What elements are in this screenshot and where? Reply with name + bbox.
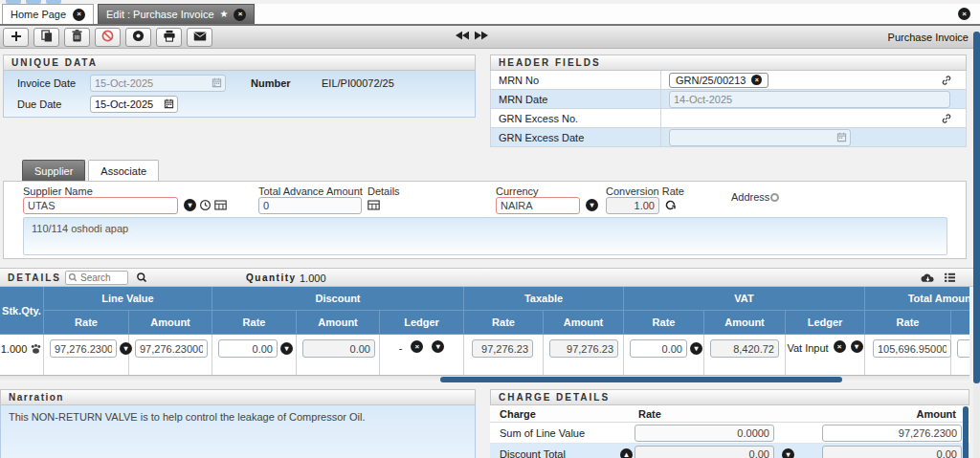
currency-label: Currency — [496, 185, 539, 197]
col-taxable-rate: Rate — [464, 311, 544, 335]
clear-icon[interactable]: × — [411, 340, 423, 353]
stk-qty-value: 1.000 — [1, 343, 28, 355]
mrn-no-label: MRN No — [491, 71, 661, 89]
cell-taxable-rate — [464, 335, 544, 375]
tab-home-page[interactable]: Home Page × — [2, 4, 94, 24]
grn-excess-no-label: GRN Excess No. — [491, 109, 661, 127]
vertical-scrollbar[interactable] — [973, 26, 980, 458]
vat-amount-field[interactable] — [710, 339, 779, 358]
discount-amount-field[interactable] — [302, 339, 375, 358]
horizontal-scrollbar[interactable] — [0, 375, 969, 382]
line-value-rate-field[interactable] — [50, 339, 117, 358]
dropdown-icon[interactable]: ▾ — [432, 340, 444, 353]
discount-rate-field[interactable] — [218, 339, 278, 358]
mrn-date-label: MRN Date — [491, 90, 661, 108]
total-advance-field[interactable] — [258, 197, 362, 214]
vertical-scrollbar-thumb[interactable] — [973, 32, 980, 383]
taxable-amount-field[interactable] — [549, 339, 618, 358]
copy-button[interactable] — [33, 28, 59, 47]
chip-remove-icon[interactable]: × — [751, 75, 762, 85]
col-line-value-rate: Rate — [44, 311, 129, 335]
delete-button[interactable] — [64, 28, 90, 47]
paw-icon[interactable] — [30, 343, 42, 357]
void-button[interactable] — [125, 28, 151, 47]
group-taxable: Taxable — [464, 287, 624, 311]
tab-edit-purchase-invoice[interactable]: Edit : Purchase Invoice ★ × — [98, 4, 255, 24]
list-view-icon[interactable] — [944, 273, 956, 285]
next-record-button[interactable] — [475, 31, 488, 42]
due-date-label: Due Date — [17, 98, 61, 110]
charge-details-header: CHARGE DETAILS — [490, 389, 969, 405]
dropdown-icon[interactable]: ▾ — [280, 342, 293, 355]
charge-name: Discount Total — [490, 448, 566, 458]
tab-close-icon[interactable]: × — [73, 9, 85, 21]
address-textarea[interactable]: 110/114 oshodi apap — [23, 217, 947, 255]
mrn-no-value: GRN/25/00213 — [676, 75, 746, 86]
charge-rate-field[interactable] — [635, 446, 774, 458]
vat-rate-field[interactable] — [630, 339, 687, 358]
currency-field[interactable] — [496, 197, 580, 214]
cell-vat-rate: ▾ — [624, 335, 704, 375]
cell-line-value-amount — [129, 335, 212, 375]
table-lookup-icon[interactable] — [214, 200, 227, 212]
conversion-rate-field[interactable] — [606, 197, 659, 214]
unique-data-header: UNIQUE DATA — [3, 55, 476, 71]
print-button[interactable] — [156, 28, 182, 47]
calendar-icon[interactable] — [212, 77, 222, 90]
address-toggle-icon[interactable] — [770, 193, 779, 202]
history-icon[interactable] — [199, 199, 212, 213]
grn-excess-date-field[interactable] — [669, 129, 851, 146]
charge-scrollbar-thumb[interactable] — [963, 406, 969, 458]
dropdown-icon[interactable]: ▾ — [782, 448, 794, 458]
link-icon[interactable] — [941, 75, 952, 88]
previous-record-button[interactable] — [456, 31, 469, 42]
currency-dropdown-icon[interactable]: ▾ — [586, 199, 598, 211]
details-table-icon[interactable] — [368, 200, 380, 212]
dropdown-icon[interactable]: ▾ — [690, 342, 702, 355]
mrn-date-field[interactable] — [669, 91, 950, 108]
col-total-rate: Rate — [865, 311, 951, 335]
cell-next-partial — [951, 335, 969, 375]
taxable-rate-field[interactable] — [472, 339, 533, 358]
dropdown-icon[interactable]: ▾ — [851, 340, 863, 353]
clear-icon[interactable]: × — [834, 340, 846, 353]
supplier-dropdown-icon[interactable]: ▾ — [184, 199, 196, 211]
narration-textarea[interactable]: This NON-RETURN VALVE is to help control… — [0, 405, 476, 458]
supplier-name-field[interactable] — [23, 197, 178, 214]
supplier-panel: Supplier Name ▾ Total Advance Amount Det… — [3, 181, 967, 259]
invoice-date-label: Invoice Date — [17, 77, 76, 89]
cell-taxable-amount — [544, 335, 624, 375]
refresh-icon[interactable] — [664, 199, 677, 213]
invoice-date-field[interactable] — [90, 75, 226, 92]
ban-icon — [101, 30, 114, 44]
tab-supplier[interactable]: Supplier — [22, 160, 85, 181]
line-value-amount-field[interactable] — [135, 339, 208, 358]
collapse-up-icon[interactable]: ▴ — [620, 448, 633, 458]
horizontal-scrollbar-thumb[interactable] — [440, 377, 842, 382]
favorite-star-icon[interactable]: ★ — [220, 10, 229, 19]
col-line-value-amount: Amount — [129, 311, 212, 335]
narration-panel: Narration This NON-RETURN VALVE is to he… — [0, 389, 476, 458]
cancel-button[interactable] — [95, 28, 121, 47]
printer-icon — [163, 30, 176, 44]
col-amount: Amount — [916, 408, 956, 420]
charge-amount-field[interactable] — [822, 425, 962, 442]
search-button[interactable] — [136, 272, 147, 285]
total-amount-rate-field[interactable] — [873, 339, 951, 358]
next-column-field[interactable] — [957, 339, 969, 358]
charge-rate-field[interactable] — [635, 425, 774, 442]
details-title: DETAILS — [8, 273, 61, 283]
close-all-tabs-icon[interactable]: × — [958, 8, 970, 20]
supplier-name-label: Supplier Name — [23, 185, 93, 197]
mrn-no-chip[interactable]: GRN/25/00213 × — [669, 73, 768, 88]
group-discount: Discount — [212, 287, 464, 311]
email-button[interactable] — [187, 28, 212, 47]
add-button[interactable] — [3, 28, 29, 47]
tab-close-icon[interactable]: × — [234, 9, 246, 21]
cloud-download-icon[interactable] — [921, 273, 935, 286]
calendar-icon[interactable] — [164, 98, 174, 111]
calendar-icon[interactable] — [836, 132, 847, 144]
link-icon[interactable] — [941, 113, 952, 126]
charge-amount-field[interactable] — [822, 446, 962, 458]
tab-associate[interactable]: Associate — [88, 160, 159, 181]
